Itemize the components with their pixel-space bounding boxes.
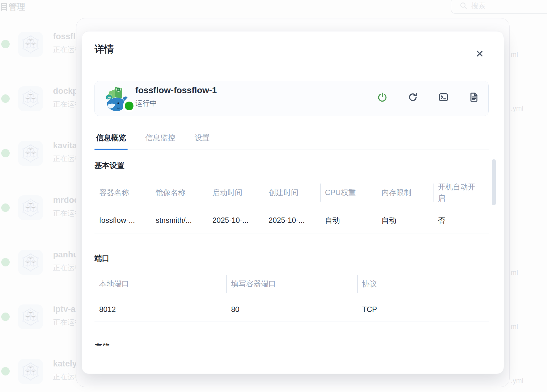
ports-table: 本地端口 填写容器端口 协议 8012 80 TCP [94,271,489,322]
search-icon [459,2,467,10]
project-name: panhu [53,250,78,260]
basic-settings-table: 容器名称 镜像名称 启动时间 创建时间 CPU权重 内存限制 开机自动开启 fo… [94,178,489,233]
status-dot [1,367,10,375]
status-dot [1,94,10,103]
status-dot [1,40,10,48]
power-icon [377,92,388,103]
section-title-storage: 存储 [94,342,489,346]
yml-fragment: .yml [511,377,523,385]
column-header: 协议 [357,275,489,293]
cube-hexagon-icon [18,32,43,57]
container-card: fossflow-fossflow-1 运行中 [94,81,489,116]
search-input: 搜索 [451,0,547,14]
column-header: 本地端口 [94,275,226,293]
column-header: 镜像名称 [151,184,208,201]
column-header: 容器名称 [94,184,151,201]
cell-autostart: 否 [433,212,489,228]
status-dot [1,313,10,321]
running-status-dot [123,100,135,112]
cube-hexagon-icon [18,195,43,220]
cube-hexagon-icon [18,359,43,384]
power-button[interactable] [377,92,388,103]
status-dot [1,258,10,266]
section-title-ports: 端口 [94,253,489,263]
yml-fragment: ml [511,269,518,277]
container-name: fossflow-fossflow-1 [135,85,217,95]
cell-protocol: TCP [357,302,489,317]
cube-hexagon-icon [18,141,43,166]
tab-overview[interactable]: 信息概览 [94,133,128,150]
terminal-button[interactable] [438,92,449,103]
tab-monitoring[interactable]: 信息监控 [144,133,177,150]
restart-button[interactable] [407,92,419,103]
yml-fragment: ml [511,323,518,331]
dialog-scroll-area[interactable]: 基本设置 容器名称 镜像名称 启动时间 创建时间 CPU权重 内存限制 开机自动… [94,149,489,346]
project-name: mrdoc [53,195,79,205]
cell-image-name: stnsmith/... [151,213,208,228]
container-actions [377,92,480,103]
logs-button[interactable] [468,92,480,103]
column-header: 开机自动开启 [433,178,489,207]
table-row: fossflow-... stnsmith/... 2025-10-... 20… [94,207,489,233]
detail-dialog: 详情 fossflow-fossflow-1 运行中 [82,31,504,374]
restart-icon [408,92,418,103]
cell-memory-limit: 自动 [377,212,433,228]
table-row: 8012 80 TCP [94,297,489,322]
section-title-basic: 基本设置 [94,160,489,170]
cell-container-port: 80 [226,302,357,317]
logs-icon [469,92,479,103]
close-icon [475,49,484,58]
cube-hexagon-icon [18,250,43,275]
cell-cpu-weight: 自动 [320,212,377,228]
container-status: 运行中 [135,98,157,108]
page-title: 目管理 [0,1,25,12]
cell-local-port: 8012 [94,302,226,317]
column-header: 填写容器端口 [226,275,357,293]
dialog-title: 详情 [94,43,114,56]
close-button[interactable] [472,46,487,61]
tab-bar: 信息概览 信息监控 设置 [94,133,489,150]
cell-create-time: 2025-10-... [264,213,320,228]
yml-fragment: .yml [511,104,523,112]
status-dot [1,203,10,212]
app-window: 目管理 搜索 fossflo 正在运行 dockpe 正在运行 kavita 正… [0,0,547,392]
vertical-scrollbar-thumb[interactable] [492,159,496,205]
table-header-row: 本地端口 填写容器端口 协议 [94,271,489,297]
cell-container-name: fossflow-... [94,213,151,228]
column-header: CPU权重 [320,184,377,201]
yml-fragment: ml [511,50,518,59]
search-placeholder: 搜索 [471,1,486,11]
cell-start-time: 2025-10-... [208,213,264,228]
table-header-row: 容器名称 镜像名称 启动时间 创建时间 CPU权重 内存限制 开机自动开启 [94,178,489,207]
status-dot [1,149,10,157]
project-name: kavita [53,141,77,151]
cube-hexagon-icon [18,86,43,111]
tab-settings[interactable]: 设置 [193,133,211,150]
column-header: 创建时间 [264,184,320,201]
column-header: 内存限制 [377,184,433,201]
cube-hexagon-icon [18,304,43,329]
terminal-icon [438,92,449,103]
column-header: 启动时间 [208,184,264,201]
